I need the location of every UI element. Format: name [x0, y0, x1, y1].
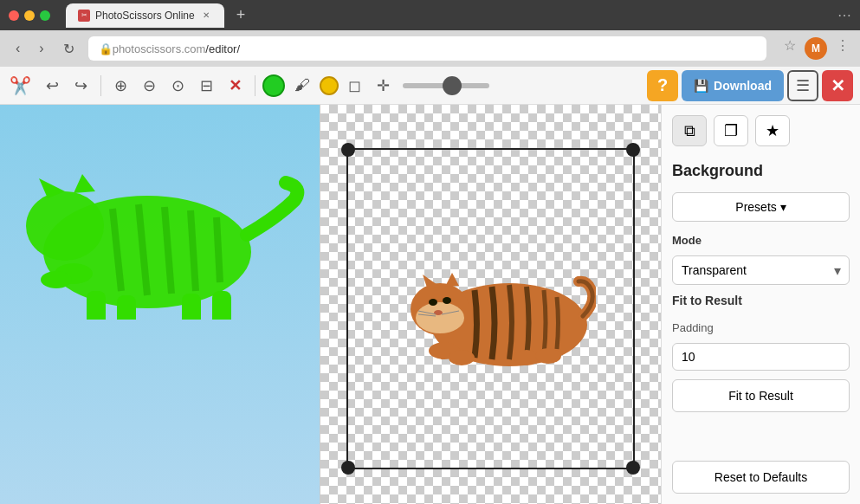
tiger-result-image — [405, 238, 596, 380]
app: ✂️ ↩ ↪ ⊕ ⊖ ⊙ ⊟ ✕ 🖌 ◻ ✛ ? 💾 Download ☰ ✕ — [0, 67, 860, 504]
star-icon: ★ — [766, 121, 779, 140]
forward-button[interactable]: › — [34, 37, 48, 60]
url-display: photoscissors.com/editor/ — [113, 42, 240, 55]
result-image-panel — [320, 105, 661, 504]
toolbar-separator-1 — [100, 75, 101, 96]
mode-select[interactable]: Transparent White Black Color Image — [672, 255, 850, 285]
mode-select-wrapper: Transparent White Black Color Image ▾ — [672, 255, 850, 285]
svg-point-28 — [449, 350, 475, 365]
zoom-fit-button[interactable]: ⊟ — [194, 72, 219, 100]
zoom-reset-button[interactable]: ⊙ — [165, 72, 191, 100]
traffic-lights — [9, 10, 50, 21]
presets-label: Presets ▾ — [735, 200, 786, 214]
undo-button[interactable]: ↩ — [40, 72, 65, 100]
bookmark-icon[interactable]: ☆ — [784, 37, 796, 60]
original-image-panel — [0, 105, 320, 504]
result-checker-background — [320, 105, 661, 504]
brush-size-slider-container — [403, 83, 489, 88]
svg-point-1 — [26, 191, 104, 261]
padding-label: Padding — [672, 321, 850, 334]
move-tool-button[interactable]: ✛ — [371, 72, 396, 100]
address-bar-row: ‹ › ↻ 🔒 photoscissors.com/editor/ ☆ M ⋮ — [0, 30, 860, 67]
tab-star-button[interactable]: ★ — [755, 115, 790, 146]
help-button[interactable]: ? — [647, 70, 678, 101]
toolbar-separator-2 — [255, 75, 255, 96]
new-tab-button[interactable]: + — [231, 6, 251, 24]
checker-background — [0, 105, 320, 504]
svg-rect-4 — [87, 291, 106, 320]
selection-box[interactable] — [346, 148, 635, 469]
tab-copy-button[interactable]: ⧉ — [672, 115, 707, 146]
toolbar: ✂️ ↩ ↪ ⊕ ⊖ ⊙ ⊟ ✕ 🖌 ◻ ✛ ? 💾 Download ☰ ✕ — [0, 67, 860, 105]
background-tool-button[interactable] — [320, 76, 339, 95]
zoom-in-button[interactable]: ⊕ — [108, 72, 133, 100]
tab-favicon: ✂ — [78, 10, 90, 22]
user-avatar[interactable]: M — [805, 37, 827, 60]
save-icon: 💾 — [694, 79, 708, 93]
refresh-button[interactable]: ↻ — [58, 37, 80, 61]
svg-point-21 — [429, 299, 437, 306]
canvas-area[interactable] — [0, 105, 661, 504]
app-logo: ✂️ — [7, 73, 33, 99]
minimize-traffic-light[interactable] — [24, 10, 35, 21]
svg-line-14 — [217, 217, 220, 282]
presets-button[interactable]: Presets ▾ — [672, 192, 850, 222]
browser-menu-icon[interactable]: ⋯ — [837, 7, 851, 23]
layers-icon: ❐ — [724, 121, 738, 140]
copy-icon: ⧉ — [684, 122, 695, 140]
maximize-traffic-light[interactable] — [40, 10, 50, 21]
tiger-original-image — [0, 105, 320, 504]
handle-top-right[interactable] — [626, 143, 640, 157]
scissors-logo-icon: ✂️ — [10, 75, 31, 96]
svg-rect-6 — [182, 294, 201, 320]
svg-point-18 — [416, 302, 464, 333]
download-button[interactable]: 💾 Download — [682, 70, 784, 101]
tiger-cutout-svg — [405, 238, 596, 377]
brush-tool-button[interactable]: 🖌 — [288, 72, 316, 99]
fit-to-result-title: Fit to Result — [672, 294, 850, 307]
svg-marker-20 — [445, 273, 459, 287]
svg-point-22 — [443, 297, 451, 304]
handle-bottom-left[interactable] — [341, 461, 355, 475]
fit-to-result-button[interactable]: Fit to Result — [672, 379, 850, 412]
background-section-title: Background — [672, 162, 850, 180]
eraser-tool-button[interactable]: ◻ — [342, 72, 367, 100]
tab-bar: ✂ PhotoScissors Online ✕ + — [66, 3, 831, 28]
tab-title: PhotoScissors Online — [95, 10, 195, 22]
address-field[interactable]: 🔒 photoscissors.com/editor/ — [88, 36, 766, 61]
handle-top-left[interactable] — [341, 143, 355, 157]
svg-rect-7 — [212, 291, 231, 320]
brush-size-slider[interactable] — [403, 83, 489, 88]
tab-layers-button[interactable]: ❐ — [714, 115, 748, 146]
mode-label: Mode — [672, 234, 850, 247]
main-content: ⧉ ❐ ★ Background Presets ▾ Mode Transpar… — [0, 105, 860, 504]
browser-options-icon[interactable]: ⋮ — [836, 37, 850, 60]
zoom-out-button[interactable]: ⊖ — [137, 72, 162, 100]
svg-point-30 — [535, 348, 561, 364]
tiger-green-svg — [0, 105, 320, 320]
back-button[interactable]: ‹ — [10, 37, 25, 60]
right-panel: ⧉ ❐ ★ Background Presets ▾ Mode Transpar… — [661, 105, 860, 504]
handle-bottom-right[interactable] — [626, 461, 640, 475]
svg-rect-5 — [117, 295, 136, 320]
menu-button[interactable]: ☰ — [787, 70, 818, 101]
svg-point-9 — [41, 271, 72, 288]
address-icons: ☆ M ⋮ — [784, 37, 850, 60]
active-tab[interactable]: ✂ PhotoScissors Online ✕ — [66, 3, 224, 28]
foreground-tool-button[interactable] — [262, 74, 285, 97]
browser-chrome: ✂ PhotoScissors Online ✕ + ⋯ — [0, 0, 860, 30]
tab-close-button[interactable]: ✕ — [200, 10, 212, 22]
close-button[interactable]: ✕ — [822, 70, 853, 101]
cancel-button[interactable]: ✕ — [223, 72, 248, 100]
reset-to-defaults-button[interactable]: Reset to Defaults — [672, 461, 850, 494]
svg-marker-3 — [74, 174, 95, 193]
panel-tabs: ⧉ ❐ ★ — [672, 115, 850, 146]
padding-input[interactable] — [672, 343, 850, 371]
close-traffic-light[interactable] — [9, 10, 19, 21]
redo-button[interactable]: ↪ — [68, 72, 94, 100]
